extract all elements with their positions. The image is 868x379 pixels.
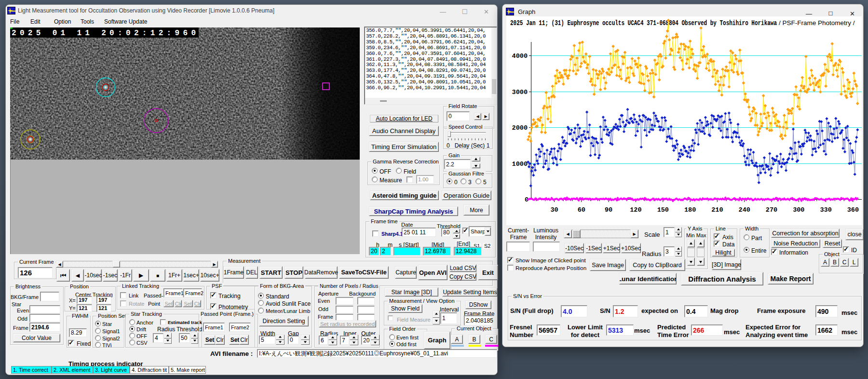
svg-text:300: 300 [793,206,804,214]
svg-text:4000: 4000 [512,53,528,60]
svg-text:60: 60 [578,206,585,214]
svg-text:/ PSF-Frame Photometry /: / PSF-Frame Photometry / [779,19,855,27]
svg-text:1000: 1000 [512,161,528,168]
svg-text:330: 330 [820,206,831,214]
svg-text:2000: 2000 [512,124,528,132]
svg-text:150: 150 [657,206,669,214]
svg-text:2025 01 11 20:02:12:960: 2025 01 11 20:02:12:960 [12,29,196,38]
svg-text:90: 90 [605,206,612,214]
svg-text:180: 180 [684,206,696,214]
svg-text:2025 Jan 11; (31) Euphrosyne o: 2025 Jan 11; (31) Euphrosyne occults UCA… [510,19,777,27]
svg-text:3000: 3000 [512,89,528,96]
svg-text:240: 240 [739,206,750,214]
svg-text:360: 360 [847,206,859,214]
svg-text:210: 210 [711,206,723,214]
svg-text:270: 270 [766,206,777,214]
svg-text:120: 120 [630,206,641,214]
svg-text:30: 30 [550,206,558,214]
